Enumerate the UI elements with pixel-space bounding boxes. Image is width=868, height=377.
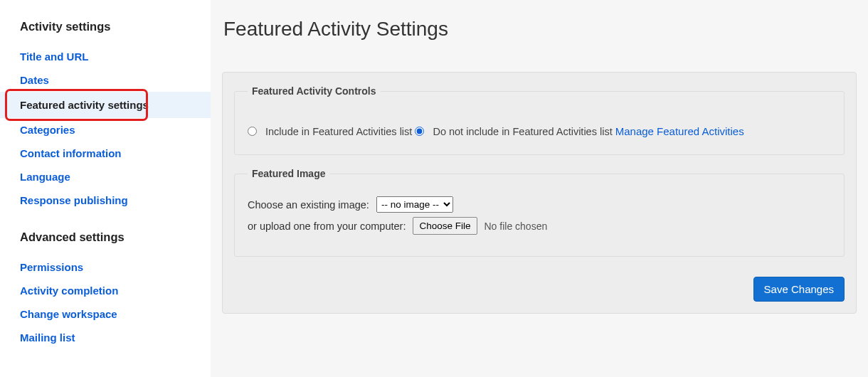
actions-row: Save Changes bbox=[234, 277, 845, 302]
existing-image-select[interactable]: -- no image -- bbox=[376, 196, 453, 213]
upload-prompt-label: or upload one from your computer: bbox=[248, 221, 406, 232]
radio-exclude-label: Do not include in Featured Activities li… bbox=[433, 126, 612, 137]
radio-exclude[interactable] bbox=[415, 127, 424, 136]
choose-file-button[interactable]: Choose File bbox=[413, 217, 477, 235]
sidebar-item-featured-activity-settings[interactable]: Featured activity settings bbox=[0, 92, 211, 118]
sidebar-item-title-and-url[interactable]: Title and URL bbox=[0, 45, 211, 68]
sidebar-item-change-workspace[interactable]: Change workspace bbox=[0, 302, 211, 326]
sidebar-section-advanced: Advanced settings Permissions Activity c… bbox=[0, 223, 211, 349]
sidebar-link[interactable]: Change workspace bbox=[20, 308, 117, 320]
sidebar-item-response-publishing[interactable]: Response publishing bbox=[0, 188, 211, 212]
sidebar-heading-activity: Activity settings bbox=[0, 13, 211, 45]
sidebar-link[interactable]: Categories bbox=[20, 124, 75, 136]
manage-featured-activities-link[interactable]: Manage Featured Activities bbox=[615, 125, 744, 137]
sidebar-link[interactable]: Response publishing bbox=[20, 194, 128, 206]
radio-include[interactable] bbox=[248, 127, 257, 136]
sidebar-item-language[interactable]: Language bbox=[0, 165, 211, 188]
sidebar-item-mailing-list[interactable]: Mailing list bbox=[0, 326, 211, 349]
choose-existing-row: Choose an existing image: -- no image -- bbox=[248, 196, 831, 213]
controls-legend: Featured Activity Controls bbox=[248, 85, 381, 97]
sidebar-link[interactable]: Activity completion bbox=[20, 285, 118, 297]
main-content: Featured Activity Settings Featured Acti… bbox=[211, 0, 868, 377]
sidebar-link[interactable]: Contact information bbox=[20, 147, 122, 159]
no-file-chosen-text: No file chosen bbox=[485, 221, 548, 232]
sidebar-link[interactable]: Language bbox=[20, 171, 70, 183]
sidebar-heading-advanced: Advanced settings bbox=[0, 223, 211, 255]
upload-row: or upload one from your computer: Choose… bbox=[248, 217, 831, 235]
sidebar-link[interactable]: Mailing list bbox=[20, 331, 75, 344]
sidebar-item-dates[interactable]: Dates bbox=[0, 68, 211, 92]
featured-image-fieldset: Featured Image Choose an existing image:… bbox=[234, 168, 845, 257]
sidebar-section-activity: Activity settings Title and URL Dates Fe… bbox=[0, 13, 211, 212]
radio-include-row[interactable]: Include in Featured Activities list bbox=[248, 126, 415, 137]
radio-exclude-row[interactable]: Do not include in Featured Activities li… bbox=[415, 126, 615, 137]
featured-activity-controls-fieldset: Featured Activity Controls Include in Fe… bbox=[234, 85, 845, 155]
choose-existing-label: Choose an existing image: bbox=[248, 199, 369, 211]
radio-include-label: Include in Featured Activities list bbox=[265, 126, 412, 137]
settings-sidebar: Activity settings Title and URL Dates Fe… bbox=[0, 0, 211, 377]
page-title: Featured Activity Settings bbox=[222, 18, 857, 41]
sidebar-link[interactable]: Title and URL bbox=[20, 51, 88, 63]
sidebar-link[interactable]: Permissions bbox=[20, 261, 83, 273]
sidebar-link[interactable]: Dates bbox=[20, 74, 49, 86]
sidebar-link[interactable]: Featured activity settings bbox=[20, 99, 149, 111]
save-changes-button[interactable]: Save Changes bbox=[753, 277, 845, 302]
settings-panel: Featured Activity Controls Include in Fe… bbox=[222, 72, 857, 314]
sidebar-item-permissions[interactable]: Permissions bbox=[0, 255, 211, 279]
sidebar-item-contact-information[interactable]: Contact information bbox=[0, 142, 211, 165]
image-legend: Featured Image bbox=[248, 168, 329, 179]
sidebar-item-categories[interactable]: Categories bbox=[0, 118, 211, 142]
sidebar-item-activity-completion[interactable]: Activity completion bbox=[0, 279, 211, 302]
